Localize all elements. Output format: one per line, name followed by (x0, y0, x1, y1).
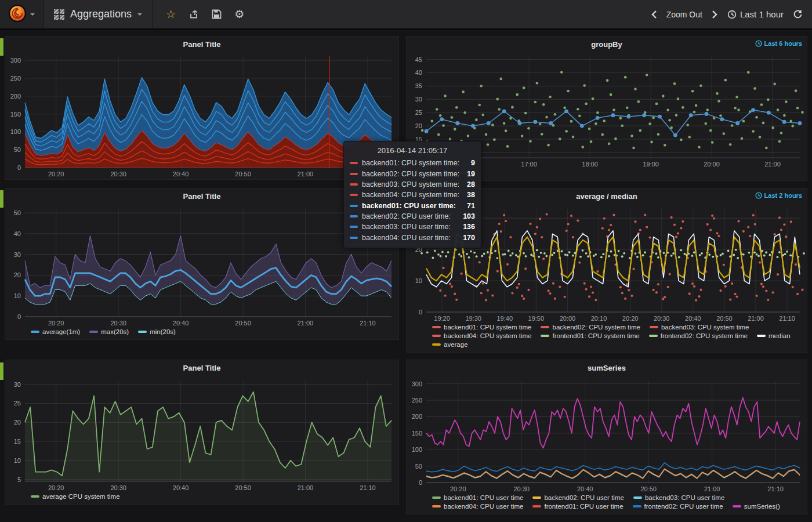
legend-item[interactable]: sumSeries() (733, 503, 780, 510)
svg-text:20:00: 20:00 (560, 315, 576, 322)
panel-title[interactable]: sumSeries (588, 364, 626, 372)
legend-item[interactable]: average(1m) (31, 328, 80, 335)
tooltip-series-dash-icon (350, 173, 358, 175)
svg-text:40: 40 (415, 69, 422, 76)
svg-text:10: 10 (14, 292, 21, 299)
tooltip-series-dash-icon (350, 237, 358, 239)
tooltip-row: backend04: CPU system time:38 (350, 190, 475, 200)
legend-item[interactable]: backend02: CPU system time (541, 324, 640, 331)
legend-series-dash-icon (650, 326, 658, 328)
legend-item[interactable]: backend03: CPU system time (650, 324, 749, 331)
legend-series-dash-icon (432, 343, 441, 346)
star-button[interactable]: ☆ (166, 9, 176, 20)
tooltip-timestamp: 2016-04-14 21:05:17 (350, 145, 475, 158)
panel-title[interactable]: Panel Title (183, 364, 221, 372)
chart-canvas[interactable]: 05010015020025030020:2020:3020:4020:5021… (5, 52, 398, 179)
gear-icon: ⚙ (234, 9, 244, 20)
svg-text:21:00: 21:00 (704, 485, 720, 492)
svg-text:21:00: 21:00 (298, 171, 314, 177)
legend-item[interactable]: frontend02: CPU system time (649, 332, 748, 339)
legend-item[interactable]: average CPU system time (31, 493, 120, 500)
dashboard-picker[interactable]: Aggregations (44, 0, 153, 28)
tooltip-row: backend03: CPU user time:136 (350, 222, 475, 232)
chart-canvas[interactable]: 0102030405020:2020:3020:4020:5021:0021:1… (5, 204, 398, 328)
grafana-logo-menu[interactable] (0, 0, 44, 28)
legend-item[interactable]: average (432, 341, 468, 348)
svg-text:20:40: 20:40 (685, 315, 701, 322)
svg-text:0: 0 (17, 164, 21, 171)
legend-item[interactable]: backend04: CPU system time (432, 332, 531, 339)
svg-text:0: 0 (419, 309, 422, 316)
chart-canvas[interactable]: 5101520253020:2020:3020:4020:5021:0021:1… (5, 376, 398, 493)
svg-text:20:00: 20:00 (704, 161, 720, 168)
legend-item[interactable]: backend01: CPU user time (432, 494, 523, 501)
legend-item[interactable]: min(20s) (138, 328, 176, 335)
legend-series-dash-icon (757, 335, 766, 337)
svg-text:45: 45 (415, 56, 422, 63)
svg-text:20: 20 (14, 271, 21, 278)
chart-canvas[interactable]: 05010015020025030020:2020:3020:4020:5021… (407, 376, 807, 494)
tooltip-rows: backend01: CPU system time:9backend02: C… (350, 158, 475, 243)
time-shift-back-button[interactable] (651, 10, 657, 19)
svg-text:18:00: 18:00 (582, 161, 598, 168)
legend-item[interactable]: backend01: CPU system time (432, 324, 531, 331)
tooltip-row: backend03: CPU system time:28 (350, 179, 475, 190)
panel-title[interactable]: average / median (576, 192, 637, 201)
dashboard-grid-icon (54, 9, 64, 20)
svg-text:20:20: 20:20 (48, 484, 64, 491)
tooltip-series-dash-icon (350, 215, 358, 217)
share-button[interactable] (188, 9, 199, 20)
panel-title[interactable]: Panel Title (183, 192, 221, 201)
legend-item[interactable]: median (757, 332, 791, 339)
chevron-left-icon (651, 10, 657, 19)
legend-series-dash-icon (532, 505, 541, 507)
row-toggle-strip[interactable] (0, 38, 3, 56)
legend-series-dash-icon (432, 335, 441, 337)
tooltip-series-dash-icon (350, 183, 358, 186)
row-toggle-strip[interactable] (0, 362, 3, 380)
time-override-badge: Last 2 hours (755, 192, 802, 199)
legend-item[interactable]: backend03: CPU user time (633, 494, 724, 501)
svg-text:100: 100 (10, 128, 21, 135)
row-toggle-strip[interactable] (0, 190, 3, 208)
legend-series-dash-icon (541, 335, 549, 337)
refresh-button[interactable] (793, 9, 803, 19)
legend-series-dash-icon (541, 326, 549, 328)
svg-text:20:10: 20:10 (591, 315, 607, 322)
legend-series-dash-icon (89, 331, 98, 333)
svg-text:150: 150 (10, 111, 21, 118)
panel-sumseries: sumSeries 05010015020025030020:2020:3020… (406, 360, 807, 514)
legend-item[interactable]: backend04: CPU user time (432, 503, 523, 510)
settings-button[interactable]: ⚙ (234, 9, 244, 20)
legend-series-dash-icon (633, 496, 642, 499)
legend-series-dash-icon (31, 495, 39, 498)
clock-icon (755, 192, 762, 199)
legend-item[interactable]: backend02: CPU user time (532, 494, 624, 501)
svg-text:19:00: 19:00 (643, 161, 659, 168)
legend-item[interactable]: frontend01: CPU system time (541, 332, 639, 339)
zoom-out-button[interactable]: Zoom Out (666, 10, 702, 19)
legend-item[interactable]: frontend02: CPU user time (633, 503, 723, 510)
tooltip-row: backend04: CPU user time:170 (350, 233, 475, 243)
svg-text:21:00: 21:00 (748, 315, 764, 322)
svg-text:100: 100 (412, 446, 422, 453)
svg-text:30: 30 (14, 251, 21, 258)
svg-text:20:30: 20:30 (110, 320, 126, 327)
tooltip-row: backend02: CPU user time:103 (350, 211, 475, 222)
legend-item[interactable]: frontend01: CPU user time (532, 503, 623, 510)
svg-text:20:30: 20:30 (654, 315, 670, 322)
grafana-dashboard: Aggregations ☆ ⚙ Zoom (0, 0, 812, 522)
svg-text:25: 25 (415, 109, 422, 116)
panel-title[interactable]: groupBy (591, 40, 622, 49)
time-range-picker[interactable]: Last 1 hour (727, 9, 784, 19)
share-icon (188, 9, 199, 20)
svg-text:20:50: 20:50 (235, 171, 251, 177)
svg-text:19:30: 19:30 (465, 315, 481, 322)
panel-title[interactable]: Panel Title (183, 40, 221, 49)
time-shift-forward-button[interactable] (712, 10, 718, 19)
panel-average-cpu: Panel Title 5101520253020:2020:3020:4020… (5, 360, 399, 505)
save-button[interactable] (212, 9, 222, 19)
dashboard-caret-icon (137, 13, 142, 18)
legend-item[interactable]: max(20s) (89, 328, 129, 335)
svg-text:10: 10 (14, 457, 21, 464)
